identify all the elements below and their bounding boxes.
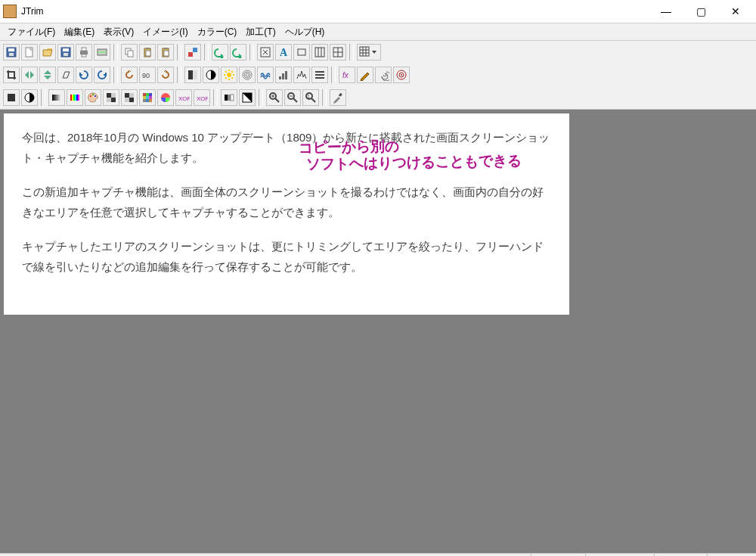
square-icon[interactable] [3,89,20,106]
svg-rect-54 [285,71,287,79]
xor2-icon[interactable]: XOR [194,89,210,106]
svg-rect-53 [282,73,284,79]
checker-icon[interactable] [103,89,119,106]
scanner-icon[interactable] [94,44,110,61]
new-icon[interactable] [21,44,38,61]
image-document[interactable]: 今回は、2018年10月の Windows 10 アップデート（1809）から新… [4,113,569,315]
svg-rect-64 [52,95,61,101]
xor-icon[interactable]: XOR [175,89,192,106]
zoom-fit-icon[interactable]: 1 [302,89,319,106]
paste-icon[interactable] [139,44,156,61]
color-wheel-icon[interactable] [157,89,174,106]
rotate-90l-icon[interactable] [121,67,138,83]
deg-icon[interactable]: 90 [139,67,156,83]
print-icon[interactable] [76,44,92,61]
invert-icon[interactable] [239,89,256,106]
flip-v-icon[interactable] [39,67,56,83]
crop-icon[interactable] [3,67,20,83]
svg-rect-38 [193,70,197,79]
spiral-icon[interactable] [375,67,392,83]
svg-rect-78 [125,93,129,98]
zoom-in-icon[interactable] [266,89,283,106]
menu-view[interactable]: 表示(V) [99,24,138,40]
menu-color[interactable]: カラー(C) [193,24,242,40]
pen-icon[interactable] [357,67,373,83]
svg-point-73 [94,95,96,97]
eyedropper-icon[interactable] [330,89,346,106]
menu-image[interactable]: イメージ(I) [138,24,192,40]
bars-icon[interactable] [311,67,328,83]
copy-icon[interactable] [121,44,138,61]
toolbar-3: XORXOR1 [0,86,756,109]
svg-rect-87 [149,96,152,99]
svg-rect-5 [63,48,69,51]
canvas-area[interactable]: 今回は、2018年10月の Windows 10 アップデート（1809）から新… [0,110,756,553]
rotate-90r-icon[interactable] [157,67,174,83]
grid-dropdown-icon[interactable] [357,44,381,61]
svg-rect-67 [73,95,75,101]
brightness-icon[interactable] [184,67,201,83]
save-icon[interactable] [57,44,74,61]
svg-rect-25 [315,48,324,57]
svg-rect-76 [111,93,116,98]
save-disk-icon[interactable] [3,44,20,61]
svg-point-61 [401,74,402,76]
flip-h-icon[interactable] [21,67,38,83]
rotate-l-icon[interactable] [76,67,92,83]
gradient-icon[interactable] [48,89,65,106]
maximize-button[interactable]: ▢ [683,0,718,23]
open-icon[interactable] [39,44,56,61]
paste2-icon[interactable] [157,44,174,61]
close-button[interactable]: ✕ [718,0,753,23]
histogram-icon[interactable] [293,67,310,83]
levels-icon[interactable] [275,67,292,83]
undo-icon[interactable] [212,44,228,61]
redo-icon[interactable] [230,44,246,61]
rect-icon[interactable] [293,44,310,61]
toolbar-2: 90fx [0,64,756,86]
contrast2-icon[interactable] [21,89,38,106]
target-icon[interactable] [393,67,410,83]
svg-line-103 [293,98,297,102]
fx-icon[interactable]: fx [339,67,355,83]
menu-help[interactable]: ヘルプ(H) [280,24,330,40]
contrast-icon[interactable] [203,67,219,83]
wave-icon[interactable] [257,67,274,83]
circles-icon[interactable] [239,67,256,83]
text-icon[interactable]: A [275,44,292,61]
rotate-r-icon[interactable] [94,67,110,83]
checker2-icon[interactable] [121,89,138,106]
skew-icon[interactable] [57,67,74,83]
menu-edit[interactable]: 編集(E) [60,24,99,40]
svg-text:XOR: XOR [178,95,190,102]
svg-rect-21 [193,48,197,52]
grayscale-icon[interactable] [221,89,237,106]
minimize-button[interactable]: ― [649,0,683,23]
grid3-icon[interactable] [311,44,328,61]
svg-rect-79 [129,98,134,102]
color-picker-icon[interactable] [184,44,201,61]
svg-text:90: 90 [142,72,150,79]
grid4-icon[interactable] [330,44,346,61]
svg-rect-80 [129,93,134,98]
sun-icon[interactable] [221,67,237,83]
svg-rect-108 [339,93,342,97]
svg-text:XOR: XOR [197,95,208,102]
toolbars: A 90fx XORXOR1 [0,41,756,110]
menubar: ファイル(F) 編集(E) 表示(V) イメージ(I) カラー(C) 加工(T)… [0,23,756,41]
svg-point-72 [92,94,94,95]
mosaic-icon[interactable] [139,89,156,106]
palette-icon[interactable] [85,89,101,106]
svg-rect-13 [128,51,133,57]
zoom-out-icon[interactable] [284,89,301,106]
svg-rect-7 [80,51,88,54]
svg-rect-75 [111,98,116,102]
rainbow-icon[interactable] [67,89,83,106]
svg-rect-8 [82,48,86,51]
svg-point-40 [227,73,231,77]
svg-text:A: A [280,47,288,58]
svg-text:fx: fx [342,71,349,79]
menu-effect[interactable]: 加工(T) [241,24,280,40]
menu-file[interactable]: ファイル(F) [3,24,60,40]
fit-icon[interactable] [257,44,274,61]
